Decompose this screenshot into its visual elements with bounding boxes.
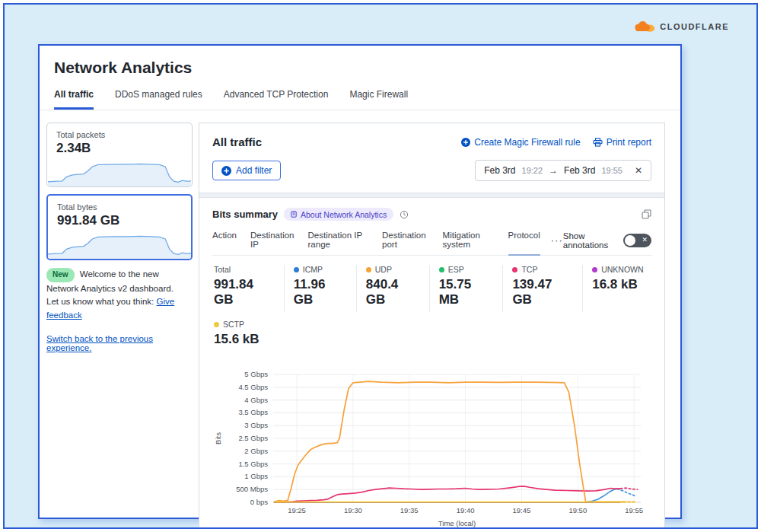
svg-text:5 Gbps: 5 Gbps [244, 370, 268, 378]
printer-icon [593, 138, 603, 147]
metrics-sidebar: Total packets 2.34B Total bytes 991.84 G… [46, 123, 193, 529]
stat-tcp-label: TCP [521, 265, 537, 274]
svg-text:4 Gbps: 4 Gbps [244, 396, 268, 404]
tab-all-traffic[interactable]: All traffic [54, 89, 94, 110]
panel-title: All traffic [212, 135, 262, 148]
plus-circle-icon [221, 166, 231, 176]
total-packets-value: 2.34B [47, 139, 192, 156]
svg-text:Bits: Bits [214, 432, 222, 444]
svg-text:19:50: 19:50 [568, 506, 587, 514]
clock-icon[interactable] [400, 210, 409, 219]
total-bytes-value: 991.84 GB [48, 212, 191, 228]
bits-summary-section: Bits summary About Network Analytics [199, 198, 664, 529]
create-rule-label: Create Magic Firewall rule [474, 137, 580, 148]
page-background: CLOUDFLARE Network Analytics All traffic… [3, 3, 758, 529]
traffic-chart-container: 19:2519:3019:3519:4019:4519:5019:550 bps… [212, 368, 651, 529]
stat-udp-value: 840.4 GB [366, 277, 419, 307]
total-bytes-sparkline [48, 228, 191, 259]
stat-sctp-label: SCTP [223, 320, 244, 329]
tab-advanced-tcp-protection[interactable]: Advanced TCP Protection [224, 89, 329, 110]
stat-total: Total 991.84 GB [212, 265, 285, 312]
stat-udp-label: UDP [375, 265, 392, 274]
cloudflare-cloud-icon [632, 20, 656, 33]
stat-unknown-value: 16.8 kB [592, 277, 641, 292]
plus-circle-icon [461, 138, 470, 147]
arrow-right-icon: → [549, 165, 558, 176]
svg-text:Time (local): Time (local) [438, 519, 476, 527]
panel-header: All traffic Create Magic Firewall rule [199, 123, 664, 193]
add-filter-label: Add filter [236, 165, 272, 176]
tab-magic-firewall[interactable]: Magic Firewall [349, 89, 408, 110]
svg-text:19:35: 19:35 [400, 506, 419, 514]
stat-total-label: Total [214, 265, 231, 274]
main-tabs: All traffic DDoS managed rules Advanced … [40, 77, 680, 110]
show-annotations-toggle[interactable]: ✕ [623, 234, 651, 247]
svg-text:1.5 Gbps: 1.5 Gbps [238, 460, 268, 468]
cloudflare-logo: CLOUDFLARE [632, 20, 729, 33]
unknown-dot [592, 267, 597, 272]
svg-text:4.5 Gbps: 4.5 Gbps [238, 383, 268, 391]
toggle-knob [625, 235, 635, 246]
stat-tcp: TCP 139.47 GB [503, 265, 583, 312]
section-divider [199, 193, 664, 198]
tab-ddos-managed-rules[interactable]: DDoS managed rules [115, 89, 202, 110]
total-packets-card[interactable]: Total packets 2.34B [46, 123, 193, 187]
stat-unknown: UNKNOWN 16.8 kB [583, 265, 651, 312]
dim-destination-ip[interactable]: Destination IP [250, 231, 295, 255]
svg-text:3 Gbps: 3 Gbps [244, 421, 268, 429]
dim-destination-port[interactable]: Destination port [382, 231, 429, 255]
start-time: 19:22 [522, 166, 543, 175]
stat-udp: UDP 840.4 GB [357, 265, 430, 312]
dim-protocol[interactable]: Protocol [508, 231, 540, 256]
bits-time-series-chart[interactable]: 19:2519:3019:3519:4019:4519:5019:550 bps… [212, 368, 651, 529]
print-report-label: Print report [607, 137, 651, 148]
svg-text:19:45: 19:45 [513, 506, 531, 514]
doc-icon [291, 211, 297, 218]
switch-back-link[interactable]: Switch back to the previous experience. [46, 334, 193, 352]
svg-text:19:55: 19:55 [625, 506, 643, 514]
svg-text:3.5 Gbps: 3.5 Gbps [238, 408, 268, 416]
toggle-off-icon: ✕ [642, 236, 648, 244]
close-icon[interactable]: ✕ [635, 165, 642, 176]
total-packets-label: Total packets [47, 123, 192, 139]
stat-esp-value: 15.75 MB [439, 277, 492, 307]
protocol-stats-row: Total 991.84 GB ICMP 11.96 GB UDP 840.4 … [212, 265, 651, 312]
dim-destination-ip-range[interactable]: Destination IP range [308, 231, 369, 255]
stat-total-value: 991.84 GB [214, 277, 273, 307]
more-dimensions-button[interactable]: ··· [551, 234, 563, 252]
add-filter-button[interactable]: Add filter [212, 161, 281, 180]
all-traffic-panel: All traffic Create Magic Firewall rule [199, 123, 665, 529]
dimension-tabs-row: Action Destination IP Destination IP ran… [212, 231, 651, 256]
stat-esp-label: ESP [448, 265, 464, 274]
print-report-link[interactable]: Print report [593, 137, 651, 148]
stat-unknown-label: UNKNOWN [601, 265, 643, 274]
show-annotations-label: Show annotations [563, 231, 616, 250]
svg-text:19:25: 19:25 [288, 506, 306, 514]
dim-mitigation-system[interactable]: Mitigation system [443, 231, 495, 255]
svg-text:2 Gbps: 2 Gbps [244, 447, 268, 455]
about-network-analytics-badge[interactable]: About Network Analytics [284, 208, 393, 221]
total-bytes-label: Total bytes [48, 196, 191, 212]
svg-text:1 Gbps: 1 Gbps [244, 472, 268, 480]
svg-text:19:40: 19:40 [457, 506, 475, 514]
protocol-stats-row-2: SCTP 15.6 kB [212, 320, 651, 352]
page-title: Network Analytics [40, 46, 680, 77]
stat-icmp-value: 11.96 GB [294, 277, 345, 307]
cloudflare-logo-text: CLOUDFLARE [660, 22, 729, 31]
stat-sctp: SCTP 15.6 kB [212, 320, 279, 352]
v2-notice: New Welcome to the new Network Analytics… [46, 268, 188, 323]
end-date: Feb 3rd [564, 165, 595, 176]
dim-action[interactable]: Action [212, 231, 237, 255]
stat-icmp: ICMP 11.96 GB [285, 265, 357, 312]
new-badge: New [46, 268, 75, 282]
expand-icon[interactable] [642, 209, 651, 219]
end-time: 19:55 [601, 166, 622, 175]
bits-summary-title: Bits summary [212, 209, 278, 220]
stat-sctp-value: 15.6 kB [214, 332, 269, 347]
sctp-dot [214, 322, 219, 327]
create-magic-firewall-rule-link[interactable]: Create Magic Firewall rule [461, 137, 580, 148]
svg-text:2.5 Gbps: 2.5 Gbps [238, 434, 268, 442]
date-range-picker[interactable]: Feb 3rd 19:22 → Feb 3rd 19:55 ✕ [475, 160, 651, 181]
total-bytes-card[interactable]: Total bytes 991.84 GB [46, 194, 193, 260]
esp-dot [439, 267, 444, 272]
